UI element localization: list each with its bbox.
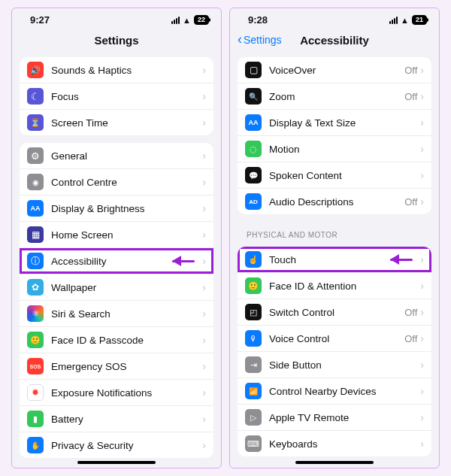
row-label: Control Nearby Devices (269, 386, 420, 397)
side-button-icon (245, 356, 262, 373)
wifi-icon: ▲ (401, 16, 409, 25)
chevron-right-icon: › (420, 90, 424, 102)
accessibility-icon (27, 253, 44, 269)
row-touch[interactable]: Touch› (238, 247, 431, 272)
chevron-left-icon: ‹ (238, 32, 242, 46)
row-apple-tv-remote[interactable]: Apple TV Remote› (238, 404, 431, 430)
screen-time-icon (27, 114, 44, 131)
row-label: Motion (269, 144, 420, 155)
chevron-right-icon: › (420, 143, 424, 155)
row-sounds-haptics[interactable]: Sounds & Haptics› (20, 57, 213, 83)
row-faceid-attn[interactable]: Face ID & Attention› (238, 272, 431, 299)
chevron-right-icon: › (420, 359, 424, 371)
chevron-right-icon: › (202, 413, 206, 425)
display-brightness-icon (27, 200, 44, 217)
row-siri-search[interactable]: Siri & Search› (20, 300, 213, 326)
spoken-content-icon (245, 167, 262, 183)
row-label: Touch (269, 254, 387, 265)
row-control-centre[interactable]: Control Centre› (20, 168, 213, 195)
home-indicator (295, 461, 374, 464)
row-voice-control[interactable]: Voice ControlOff› (238, 325, 431, 351)
row-value: Off (404, 91, 417, 102)
row-side-button[interactable]: Side Button› (238, 351, 431, 377)
apple-tv-remote-icon (245, 409, 262, 426)
chevron-right-icon: › (202, 229, 206, 241)
row-label: Keyboards (269, 438, 420, 450)
row-display-text-size[interactable]: Display & Text Size› (238, 109, 431, 135)
switch-control-icon (245, 304, 262, 320)
privacy-security-icon (27, 437, 44, 453)
row-motion[interactable]: Motion› (238, 135, 431, 162)
page-title: Settings (94, 34, 138, 47)
row-label: Privacy & Security (51, 440, 202, 451)
row-label: Zoom (269, 91, 404, 102)
row-emergency-sos[interactable]: Emergency SOS› (20, 353, 213, 379)
row-general[interactable]: General› (20, 143, 213, 168)
keyboards-icon (245, 435, 262, 452)
home-indicator (77, 461, 156, 464)
row-spoken-content[interactable]: Spoken Content› (238, 162, 431, 188)
phone-settings: 9:27 ▲ 22 Settings Sounds & Haptics›Focu… (11, 8, 222, 468)
chevron-right-icon: › (420, 117, 424, 129)
row-accessibility[interactable]: Accessibility› (20, 247, 213, 274)
chevron-right-icon: › (202, 439, 206, 451)
row-audio-descriptions[interactable]: Audio DescriptionsOff› (238, 188, 431, 214)
chevron-right-icon: › (420, 306, 424, 318)
status-bar: 9:28 ▲ 21 (230, 8, 439, 27)
row-label: VoiceOver (269, 65, 404, 76)
row-label: Home Screen (51, 229, 202, 241)
chevron-right-icon: › (420, 438, 424, 450)
section-header: HEARING (230, 464, 439, 468)
row-exposure[interactable]: Exposure Notifications› (20, 379, 213, 405)
row-label: Face ID & Attention (269, 280, 420, 292)
row-label: Apple TV Remote (269, 412, 420, 423)
row-label: Side Button (269, 359, 420, 371)
row-label: Emergency SOS (51, 361, 202, 372)
back-label: Settings (244, 34, 282, 46)
chevron-right-icon: › (202, 281, 206, 293)
back-button[interactable]: ‹ Settings (238, 34, 282, 46)
row-label: Spoken Content (269, 170, 420, 181)
row-label: Face ID & Passcode (51, 335, 202, 346)
battery-icon (27, 411, 44, 427)
chevron-right-icon: › (202, 90, 206, 102)
chevron-right-icon: › (420, 332, 424, 344)
touch-icon (245, 251, 262, 268)
chevron-right-icon: › (420, 280, 424, 292)
row-label: Display & Text Size (269, 117, 420, 129)
row-privacy-security[interactable]: Privacy & Security› (20, 432, 213, 458)
row-label: Switch Control (269, 307, 404, 318)
chevron-right-icon: › (420, 196, 424, 208)
general-icon (27, 147, 44, 164)
settings-group: General›Control Centre›Display & Brightn… (20, 143, 213, 458)
chevron-right-icon: › (420, 253, 424, 265)
row-switch-control[interactable]: Switch ControlOff› (238, 299, 431, 325)
row-keyboards[interactable]: Keyboards› (238, 430, 431, 456)
row-screen-time[interactable]: Screen Time› (20, 109, 213, 135)
chevron-right-icon: › (420, 385, 424, 397)
row-nearby-devices[interactable]: Control Nearby Devices› (238, 377, 431, 404)
zoom-icon (245, 88, 262, 105)
row-value: Off (404, 307, 417, 318)
row-battery[interactable]: Battery› (20, 405, 213, 432)
row-wallpaper[interactable]: Wallpaper› (20, 274, 213, 300)
wallpaper-icon (27, 279, 44, 296)
chevron-right-icon: › (202, 255, 206, 267)
settings-group: Touch›Face ID & Attention›Switch Control… (238, 247, 431, 456)
annotation-arrow (390, 254, 420, 265)
row-zoom[interactable]: ZoomOff› (238, 83, 431, 109)
row-label: Wallpaper (51, 282, 202, 293)
wifi-icon: ▲ (183, 16, 191, 25)
row-label: Sounds & Haptics (51, 65, 202, 76)
row-home-screen[interactable]: Home Screen› (20, 221, 213, 247)
chevron-right-icon: › (202, 117, 206, 129)
sounds-haptics-icon (27, 62, 44, 78)
phone-accessibility: 9:28 ▲ 21 ‹ Settings Accessibility Voice… (229, 8, 440, 468)
row-voiceover[interactable]: VoiceOverOff› (238, 57, 431, 83)
row-display-brightness[interactable]: Display & Brightness› (20, 195, 213, 221)
chevron-right-icon: › (202, 334, 206, 346)
row-face-id-passcode[interactable]: Face ID & Passcode› (20, 326, 213, 353)
row-focus[interactable]: Focus› (20, 83, 213, 109)
row-label: Accessibility (51, 256, 169, 267)
nav-header: ‹ Settings Accessibility (230, 27, 439, 53)
